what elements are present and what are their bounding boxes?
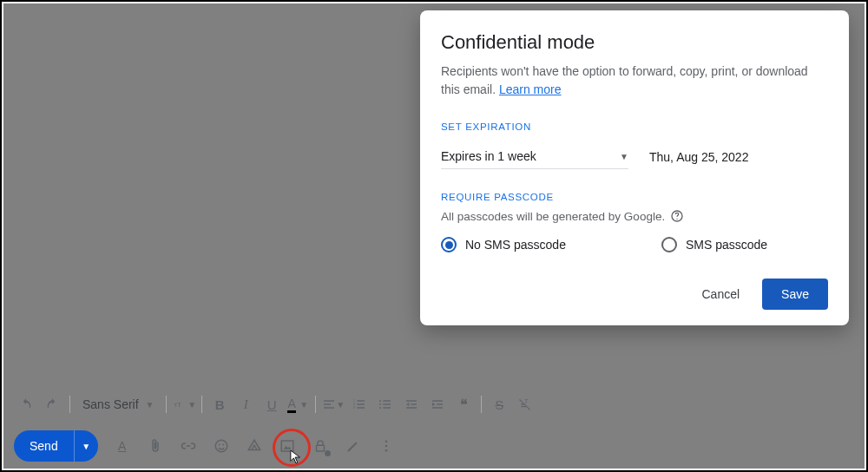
svg-point-8	[215, 440, 227, 452]
strikethrough-icon[interactable]: S	[487, 392, 511, 416]
svg-point-4	[379, 400, 381, 402]
send-more-button[interactable]: ▼	[74, 430, 98, 462]
save-button[interactable]: Save	[762, 279, 828, 310]
align-icon[interactable]: ▼	[321, 392, 345, 416]
quote-icon[interactable]: ❝	[451, 392, 476, 416]
radio-sms-label: SMS passcode	[686, 238, 767, 252]
dialog-title: Confidential mode	[441, 31, 828, 54]
compose-action-bar: Send ▼ A	[14, 430, 395, 462]
radio-no-sms[interactable]: No SMS passcode	[441, 237, 566, 252]
text-color-icon[interactable]: A ▼	[286, 392, 310, 416]
font-select[interactable]: Sans Serif ▼	[76, 392, 161, 416]
svg-text:3: 3	[353, 405, 356, 410]
dialog-description: Recipients won't have the option to forw…	[441, 62, 828, 99]
svg-point-14	[385, 445, 387, 448]
indent-more-icon[interactable]	[425, 392, 450, 416]
chevron-down-icon: ▼	[187, 400, 196, 410]
expiration-date: Thu, Aug 25, 2022	[649, 150, 748, 169]
passcode-hint-text: All passcodes will be generated by Googl…	[441, 210, 665, 223]
drive-icon[interactable]	[246, 437, 263, 455]
svg-text:T: T	[524, 397, 529, 405]
help-icon[interactable]	[670, 209, 684, 223]
svg-rect-12	[316, 445, 324, 451]
more-options-icon[interactable]	[378, 437, 395, 455]
redo-icon[interactable]	[40, 392, 64, 416]
radio-no-sms-label: No SMS passcode	[465, 238, 566, 252]
emoji-icon[interactable]	[213, 437, 230, 455]
link-icon[interactable]	[180, 437, 197, 455]
svg-point-5	[379, 403, 381, 405]
chevron-down-icon: ▼	[82, 442, 90, 451]
svg-rect-11	[281, 441, 293, 451]
chevron-down-icon: ▼	[145, 400, 154, 410]
svg-point-6	[379, 407, 381, 409]
send-button[interactable]: Send	[14, 430, 74, 462]
chevron-down-icon: ▼	[620, 152, 628, 161]
svg-point-13	[385, 440, 387, 442]
svg-point-9	[219, 444, 220, 446]
indent-less-icon[interactable]	[399, 392, 424, 416]
format-toolbar: Sans Serif ▼ тT▼ B I U A ▼ ▼ 123 ❝ S T	[12, 390, 539, 418]
radio-icon	[661, 237, 677, 252]
cancel-button[interactable]: Cancel	[687, 280, 753, 308]
expiration-select-value: Expires in 1 week	[441, 149, 536, 163]
text-format-icon[interactable]: A	[114, 437, 131, 455]
font-name: Sans Serif	[82, 397, 139, 411]
chevron-down-icon: ▼	[336, 400, 345, 410]
expiration-section-label: SET EXPIRATION	[441, 121, 828, 132]
attach-icon[interactable]	[147, 437, 164, 455]
svg-point-15	[385, 449, 387, 452]
numbered-list-icon[interactable]: 123	[347, 392, 372, 416]
svg-point-10	[222, 444, 224, 446]
bullet-list-icon[interactable]	[373, 392, 398, 416]
font-size-icon[interactable]: тT▼	[172, 392, 196, 416]
italic-icon[interactable]: I	[233, 392, 258, 416]
clear-format-icon[interactable]: T	[513, 392, 537, 416]
radio-icon	[441, 237, 457, 252]
insert-image-icon[interactable]	[279, 437, 296, 455]
signature-icon[interactable]	[345, 437, 362, 455]
chevron-down-icon: ▼	[299, 400, 308, 410]
passcode-section-label: REQUIRE PASSCODE	[441, 192, 828, 202]
confidential-mode-icon[interactable]	[312, 437, 329, 455]
svg-point-17	[676, 219, 677, 220]
learn-more-link[interactable]: Learn more	[499, 82, 562, 96]
radio-sms[interactable]: SMS passcode	[661, 237, 767, 252]
confidential-mode-dialog: Confidential mode Recipients won't have …	[420, 10, 849, 325]
bold-icon[interactable]: B	[207, 392, 232, 416]
underline-icon[interactable]: U	[260, 392, 284, 416]
svg-text:тT: тT	[174, 401, 182, 409]
undo-icon[interactable]	[14, 392, 38, 416]
expiration-select[interactable]: Expires in 1 week ▼	[441, 144, 628, 169]
